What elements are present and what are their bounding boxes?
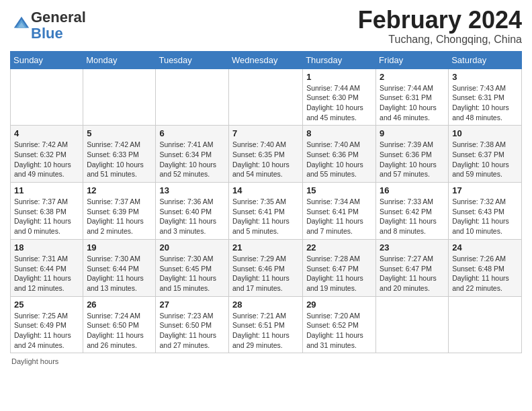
calendar-cell: 8Sunrise: 7:40 AMSunset: 6:36 PMDaylight… bbox=[303, 126, 376, 183]
day-info: Sunrise: 7:40 AMSunset: 6:36 PMDaylight:… bbox=[306, 140, 372, 179]
daylight-label: Daylight hours bbox=[11, 357, 58, 365]
day-number: 18 bbox=[14, 242, 79, 253]
day-info: Sunrise: 7:38 AMSunset: 6:37 PMDaylight:… bbox=[452, 140, 518, 179]
day-number: 23 bbox=[380, 242, 445, 253]
calendar-cell: 11Sunrise: 7:37 AMSunset: 6:38 PMDayligh… bbox=[11, 183, 83, 240]
day-info: Sunrise: 7:26 AMSunset: 6:48 PMDaylight:… bbox=[452, 254, 518, 293]
calendar-cell: 2Sunrise: 7:44 AMSunset: 6:31 PMDaylight… bbox=[376, 68, 449, 126]
day-info: Sunrise: 7:23 AMSunset: 6:50 PMDaylight:… bbox=[159, 311, 225, 351]
calendar-cell: 9Sunrise: 7:39 AMSunset: 6:36 PMDaylight… bbox=[376, 126, 449, 183]
location: Tuchang, Chongqing, China bbox=[358, 34, 522, 46]
calendar-cell: 17Sunrise: 7:32 AMSunset: 6:43 PMDayligh… bbox=[449, 183, 522, 240]
calendar-cell: 27Sunrise: 7:23 AMSunset: 6:50 PMDayligh… bbox=[156, 296, 229, 353]
calendar-cell: 7Sunrise: 7:40 AMSunset: 6:35 PMDaylight… bbox=[229, 126, 303, 183]
calendar-cell: 25Sunrise: 7:25 AMSunset: 6:49 PMDayligh… bbox=[11, 296, 83, 353]
day-info: Sunrise: 7:29 AMSunset: 6:46 PMDaylight:… bbox=[232, 254, 299, 293]
calendar-cell: 6Sunrise: 7:41 AMSunset: 6:34 PMDaylight… bbox=[156, 126, 229, 183]
day-number: 20 bbox=[159, 242, 225, 253]
day-number: 25 bbox=[14, 300, 79, 310]
day-info: Sunrise: 7:33 AMSunset: 6:42 PMDaylight:… bbox=[380, 197, 445, 236]
day-info: Sunrise: 7:40 AMSunset: 6:35 PMDaylight:… bbox=[232, 140, 299, 179]
day-number: 2 bbox=[380, 72, 445, 82]
logo-text: General Blue bbox=[31, 9, 86, 42]
calendar-cell: 26Sunrise: 7:24 AMSunset: 6:50 PMDayligh… bbox=[83, 296, 156, 353]
day-number: 10 bbox=[452, 128, 518, 138]
logo-general: General bbox=[31, 9, 86, 26]
calendar-week-5: 25Sunrise: 7:25 AMSunset: 6:49 PMDayligh… bbox=[11, 296, 522, 353]
day-number: 17 bbox=[452, 185, 518, 195]
day-info: Sunrise: 7:44 AMSunset: 6:31 PMDaylight:… bbox=[380, 83, 445, 123]
calendar-header-monday: Monday bbox=[83, 51, 156, 68]
calendar-week-4: 18Sunrise: 7:31 AMSunset: 6:44 PMDayligh… bbox=[11, 239, 522, 296]
calendar-cell: 28Sunrise: 7:21 AMSunset: 6:51 PMDayligh… bbox=[229, 296, 303, 353]
day-number: 27 bbox=[159, 300, 225, 310]
day-number: 7 bbox=[232, 128, 299, 138]
month-year: February 2024 bbox=[358, 7, 522, 34]
day-number: 19 bbox=[87, 242, 152, 253]
day-number: 24 bbox=[452, 242, 518, 253]
calendar-cell: 14Sunrise: 7:35 AMSunset: 6:41 PMDayligh… bbox=[229, 183, 303, 240]
day-number: 15 bbox=[306, 185, 372, 195]
day-number: 28 bbox=[232, 300, 299, 310]
calendar-header-tuesday: Tuesday bbox=[156, 51, 229, 68]
day-info: Sunrise: 7:37 AMSunset: 6:38 PMDaylight:… bbox=[14, 197, 79, 236]
day-info: Sunrise: 7:43 AMSunset: 6:31 PMDaylight:… bbox=[452, 83, 518, 123]
calendar-cell: 12Sunrise: 7:37 AMSunset: 6:39 PMDayligh… bbox=[83, 183, 156, 240]
day-number: 8 bbox=[306, 128, 372, 138]
day-info: Sunrise: 7:25 AMSunset: 6:49 PMDaylight:… bbox=[14, 311, 79, 351]
day-number: 9 bbox=[380, 128, 445, 138]
day-number: 5 bbox=[87, 128, 152, 138]
calendar-cell: 23Sunrise: 7:27 AMSunset: 6:47 PMDayligh… bbox=[376, 239, 449, 296]
calendar-header-saturday: Saturday bbox=[449, 51, 522, 68]
page: General Blue February 2024 Tuchang, Chon… bbox=[0, 0, 532, 411]
day-number: 1 bbox=[306, 72, 372, 82]
day-info: Sunrise: 7:42 AMSunset: 6:32 PMDaylight:… bbox=[14, 140, 79, 179]
day-info: Sunrise: 7:36 AMSunset: 6:40 PMDaylight:… bbox=[159, 197, 225, 236]
calendar-cell bbox=[156, 68, 229, 126]
day-info: Sunrise: 7:28 AMSunset: 6:47 PMDaylight:… bbox=[306, 254, 372, 293]
day-info: Sunrise: 7:31 AMSunset: 6:44 PMDaylight:… bbox=[14, 254, 79, 293]
day-info: Sunrise: 7:24 AMSunset: 6:50 PMDaylight:… bbox=[87, 311, 152, 351]
day-number: 21 bbox=[232, 242, 299, 253]
calendar-header-friday: Friday bbox=[376, 51, 449, 68]
title-block: February 2024 Tuchang, Chongqing, China bbox=[358, 7, 522, 46]
calendar-cell: 5Sunrise: 7:42 AMSunset: 6:33 PMDaylight… bbox=[83, 126, 156, 183]
calendar: SundayMondayTuesdayWednesdayThursdayFrid… bbox=[10, 51, 522, 354]
day-info: Sunrise: 7:37 AMSunset: 6:39 PMDaylight:… bbox=[87, 197, 152, 236]
day-info: Sunrise: 7:42 AMSunset: 6:33 PMDaylight:… bbox=[87, 140, 152, 179]
day-number: 26 bbox=[87, 300, 152, 310]
calendar-cell: 15Sunrise: 7:34 AMSunset: 6:41 PMDayligh… bbox=[303, 183, 376, 240]
calendar-cell: 4Sunrise: 7:42 AMSunset: 6:32 PMDaylight… bbox=[11, 126, 83, 183]
day-info: Sunrise: 7:35 AMSunset: 6:41 PMDaylight:… bbox=[232, 197, 299, 236]
calendar-cell bbox=[83, 68, 156, 126]
calendar-header-sunday: Sunday bbox=[11, 51, 83, 68]
day-number: 14 bbox=[232, 185, 299, 195]
calendar-cell: 21Sunrise: 7:29 AMSunset: 6:46 PMDayligh… bbox=[229, 239, 303, 296]
day-number: 13 bbox=[159, 185, 225, 195]
calendar-cell bbox=[11, 68, 83, 126]
calendar-cell: 20Sunrise: 7:30 AMSunset: 6:45 PMDayligh… bbox=[156, 239, 229, 296]
logo-blue: Blue bbox=[31, 25, 63, 42]
calendar-cell: 10Sunrise: 7:38 AMSunset: 6:37 PMDayligh… bbox=[449, 126, 522, 183]
calendar-cell: 19Sunrise: 7:30 AMSunset: 6:44 PMDayligh… bbox=[83, 239, 156, 296]
day-info: Sunrise: 7:21 AMSunset: 6:51 PMDaylight:… bbox=[232, 311, 299, 351]
calendar-week-1: 1Sunrise: 7:44 AMSunset: 6:30 PMDaylight… bbox=[11, 68, 522, 126]
calendar-cell: 16Sunrise: 7:33 AMSunset: 6:42 PMDayligh… bbox=[376, 183, 449, 240]
day-info: Sunrise: 7:20 AMSunset: 6:52 PMDaylight:… bbox=[306, 311, 372, 351]
day-number: 12 bbox=[87, 185, 152, 195]
day-info: Sunrise: 7:30 AMSunset: 6:45 PMDaylight:… bbox=[159, 254, 225, 293]
day-info: Sunrise: 7:39 AMSunset: 6:36 PMDaylight:… bbox=[380, 140, 445, 179]
calendar-cell: 24Sunrise: 7:26 AMSunset: 6:48 PMDayligh… bbox=[449, 239, 522, 296]
calendar-cell bbox=[229, 68, 303, 126]
day-number: 29 bbox=[306, 300, 372, 310]
day-number: 11 bbox=[14, 185, 79, 195]
calendar-header-wednesday: Wednesday bbox=[229, 51, 303, 68]
calendar-cell: 22Sunrise: 7:28 AMSunset: 6:47 PMDayligh… bbox=[303, 239, 376, 296]
calendar-week-2: 4Sunrise: 7:42 AMSunset: 6:32 PMDaylight… bbox=[11, 126, 522, 183]
day-info: Sunrise: 7:34 AMSunset: 6:41 PMDaylight:… bbox=[306, 197, 372, 236]
footer: Daylight hours bbox=[10, 357, 522, 365]
day-number: 3 bbox=[452, 72, 518, 82]
day-info: Sunrise: 7:32 AMSunset: 6:43 PMDaylight:… bbox=[452, 197, 518, 236]
calendar-cell: 3Sunrise: 7:43 AMSunset: 6:31 PMDaylight… bbox=[449, 68, 522, 126]
calendar-header-row: SundayMondayTuesdayWednesdayThursdayFrid… bbox=[11, 51, 522, 68]
